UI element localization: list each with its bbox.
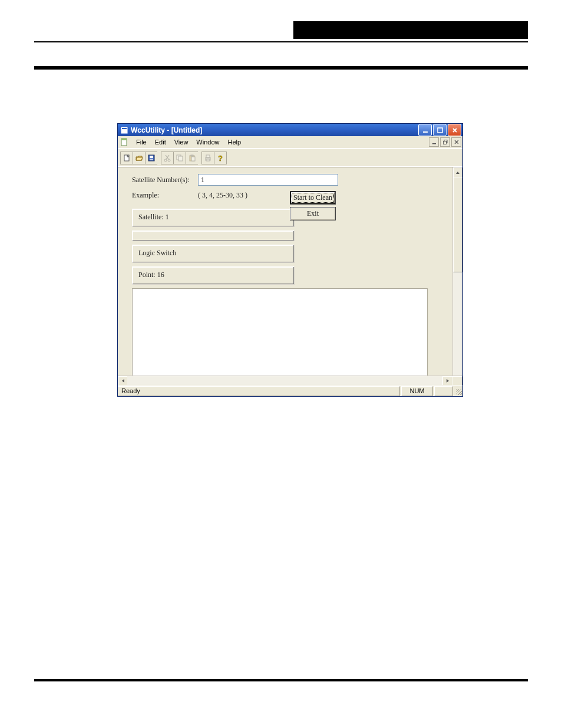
horizontal-scrollbar[interactable] [118,375,462,386]
point-label: Point: 16 [138,271,164,279]
svg-rect-27 [206,155,210,157]
toolbar: ? [118,149,462,167]
menu-view[interactable]: View [170,137,193,147]
start-to-clean-button[interactable]: Start to Clean [290,191,336,205]
svg-marker-30 [456,172,459,174]
svg-rect-25 [191,157,195,161]
toolbar-new-button[interactable] [120,151,133,164]
toolbar-help-button[interactable]: ? [214,151,227,164]
satellite-number-value: 1 [201,176,204,185]
toolbar-open-button[interactable] [133,151,145,164]
vertical-scrollbar[interactable] [452,167,462,390]
mdi-minimize-button[interactable] [429,137,439,147]
app-icon [120,126,128,134]
svg-rect-10 [443,141,446,144]
mdi-restore-button[interactable] [440,137,450,147]
toolbar-print-button[interactable] [201,151,214,164]
divider-top-thin [34,41,528,42]
svg-line-18 [166,155,169,159]
status-empty-cell [434,386,453,396]
svg-point-20 [168,159,170,162]
vscroll-thumb[interactable] [453,177,462,272]
svg-marker-33 [447,379,449,383]
satellite-number-label: Satellite Number(s): [132,176,198,185]
satellite-group: Satellite: 1 [132,209,295,227]
svg-rect-24 [191,155,193,156]
example-value: ( 3, 4, 25-30, 33 ) [198,191,286,200]
satellite-group-label: Satellite: 1 [138,213,169,221]
example-label: Example: [132,191,198,200]
toolbar-cut-button[interactable] [161,151,173,164]
svg-text:?: ? [218,154,223,162]
vscroll-track[interactable] [453,177,462,380]
statusbar: Ready NUM [118,385,462,396]
svg-rect-22 [178,156,183,161]
svg-rect-3 [438,128,442,133]
svg-point-19 [164,159,167,162]
menu-window[interactable]: Window [192,137,223,147]
close-button[interactable] [448,124,461,136]
svg-rect-1 [122,128,127,129]
exit-label: Exit [307,209,319,218]
toolbar-copy-button[interactable] [173,151,186,164]
progress-group [132,230,295,241]
menu-edit[interactable]: Edit [151,137,170,147]
svg-line-17 [166,155,168,159]
mdi-doc-icon[interactable] [120,138,128,146]
menu-help[interactable]: Help [223,137,245,147]
titlebar[interactable]: WccUtility - [Untitled] [118,124,462,136]
exit-button[interactable]: Exit [290,207,336,220]
start-to-clean-label: Start to Clean [293,193,332,202]
maximize-button[interactable] [433,124,447,136]
logic-switch-group: Logic Switch [132,245,295,263]
resize-grip-icon[interactable] [454,387,462,396]
svg-rect-16 [150,159,153,160]
window-title: WccUtility - [Untitled] [131,126,417,134]
hscroll-track[interactable] [127,376,444,386]
svg-marker-32 [122,379,124,383]
client-area: Satellite Number(s): 1 Example: ( 3, 4, … [118,167,462,390]
svg-rect-28 [206,159,210,161]
svg-rect-2 [423,131,428,133]
logic-switch-label: Logic Switch [138,249,176,257]
point-group: Point: 16 [132,266,295,285]
svg-rect-0 [121,127,128,134]
menu-file[interactable]: File [132,137,151,147]
status-ready: Ready [118,386,400,396]
status-num: NUM [401,386,433,396]
menubar: File Edit View Window Help [118,136,462,149]
scroll-corner-grip [452,376,462,386]
svg-rect-7 [121,139,127,140]
divider-top-thick [34,66,528,70]
satellite-number-input[interactable]: 1 [198,174,338,186]
mdi-close-button[interactable] [451,137,461,147]
divider-bottom [34,679,528,681]
app-window: WccUtility - [Untitled] File Edit View W… [117,123,463,397]
svg-rect-8 [432,143,436,144]
svg-rect-15 [150,156,153,158]
minimize-button[interactable] [418,124,432,136]
toolbar-paste-button[interactable] [186,151,198,164]
status-num-text: NUM [409,387,424,394]
form-panel: Satellite Number(s): 1 Example: ( 3, 4, … [118,167,453,390]
header-black-box [293,21,528,39]
toolbar-save-button[interactable] [145,151,157,164]
status-ready-text: Ready [121,387,140,394]
